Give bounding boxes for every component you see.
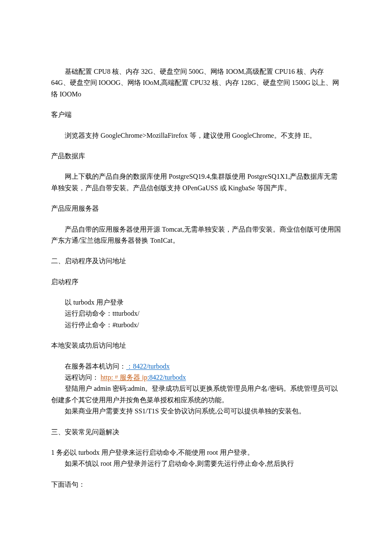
paragraph-ssl-info: 如果商业用户需要支持 SS1/T1S 安全协议访问系统,公司可以提供单独的安装包… (51, 406, 341, 417)
startup-line-2: 运行启动命令：ttturbodx/ (51, 308, 341, 319)
local-access-line-2: 远程访问： http:〃服务器 ip:8422/turbodx (51, 372, 341, 383)
document-page: 基础配置 CPU8 核、内存 32G、硬盘空间 500G、网络 IOOM,高级配… (0, 0, 392, 555)
paragraph-config: 基础配置 CPU8 核、内存 32G、硬盘空间 500G、网络 IOOM,高级配… (51, 66, 341, 100)
paragraph-next-statement: 下面语句： (51, 479, 341, 490)
link-local-url[interactable]: ：8422/turbodx (126, 363, 170, 370)
text-remote-access: 远程访问： (65, 374, 101, 381)
local-access-line-1: 在服务器本机访问：：8422/turbodx (51, 361, 341, 372)
link-remote-url-host[interactable]: http:〃服务器 ip (101, 374, 147, 381)
paragraph-appserver: 产品自带的应用服务器使用开源 Tomcat,无需单独安装，产品自带安装。商业信创… (51, 224, 341, 247)
paragraph-database: 网上下载的产品自身的数据库使用 PostgreSQ19.4,集群版使用 Post… (51, 171, 341, 194)
local-access-block: 在服务器本机访问：：8422/turbodx 远程访问： http:〃服务器 i… (51, 361, 341, 417)
startup-commands: 以 turbodx 用户登录 运行启动命令：ttturbodx/ 运行停止命令：… (51, 297, 341, 331)
faq-line-1: 1 务必以 turbodx 用户登录来运行启动命令,不能使用 root 用户登录… (51, 447, 341, 458)
faq-line-2: 如果不慎以 root 用户登录并运行了启动命令,则需要先运行停止命令,然后执行 (51, 458, 341, 469)
paragraph-client: 浏览器支持 GoogleChrome>MozillaFirefox 等，建议使用… (51, 130, 341, 141)
paragraph-login-info: 登陆用户 admin 密码:admin。登录成功后可以更换系统管理员用户名/密码… (51, 383, 341, 406)
startup-line-1: 以 turbodx 用户登录 (51, 297, 341, 308)
link-remote-url-port[interactable]: :8422/turbodx (147, 374, 186, 381)
heading-database: 产品数据库 (51, 151, 341, 162)
startup-line-3: 运行停止命令：#turbodx/ (51, 320, 341, 331)
faq-block: 1 务必以 turbodx 用户登录来运行启动命令,不能使用 root 用户登录… (51, 447, 341, 470)
heading-client: 客户端 (51, 109, 341, 120)
text-local-server: 在服务器本机访问： (65, 363, 126, 370)
heading-local-access: 本地安装成功后访问地址 (51, 340, 341, 351)
heading-startup: 启动程序 (51, 276, 341, 288)
heading-section-3: 三、安装常见问题解决 (51, 427, 341, 438)
heading-appserver: 产品应用服务器 (51, 203, 341, 214)
heading-section-2: 二、启动程序及访问地址 (51, 256, 341, 267)
